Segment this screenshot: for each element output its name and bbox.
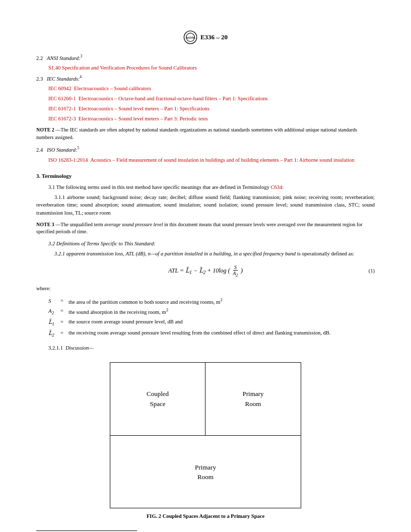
- equation-block: ATL = L̄1 − L̄2 + 10log ( S A2 ) (1): [36, 264, 375, 278]
- ansi-sup: 3: [80, 54, 82, 58]
- iec-item-3: IEC 61672-3 Electroacoustics – Sound lev…: [48, 115, 375, 123]
- diagram-container: CoupledSpace PrimaryRoom PrimaryRoom FIG…: [36, 362, 375, 520]
- p3-1-1: 3.1.1 airborne sound; background noise; …: [36, 193, 375, 217]
- where-label: where:: [36, 285, 375, 293]
- iec-header: 2.3 IEC Standards:4: [36, 74, 375, 83]
- iec-item-0: IEC 60942 Electroacoustics – Sound calib…: [48, 85, 375, 93]
- main-content: 2.2 ANSI Standard:3 S1.40 Specification …: [36, 53, 375, 520]
- var-row-L2: L̄2 = the receiving room average sound p…: [48, 329, 375, 339]
- coupled-space-label: CoupledSpace: [110, 363, 206, 435]
- p3-1: 3.1 The following terms used in this tes…: [36, 183, 375, 191]
- iso-item-0: ISO 16283-1:2014 Acoustics – Field measu…: [48, 156, 375, 164]
- iec-item-1: IEC 61260-1 Electroacoustics – Octave-ba…: [48, 95, 375, 103]
- footnote-divider: [36, 530, 137, 531]
- diagram-wrapper: CoupledSpace PrimaryRoom PrimaryRoom: [110, 362, 301, 508]
- note2-block: NOTE 2 —The IEC standards are often adop…: [36, 126, 375, 141]
- var-def-L2: the receiving room average sound pressur…: [68, 329, 375, 337]
- p3-2-heading: 3.2 Definitions of Terms Specific to Thi…: [36, 240, 375, 248]
- iso-header: 2.4 ISO Standard:5: [36, 145, 375, 154]
- terminology-heading: 3. Terminology: [36, 172, 375, 180]
- svg-text:ASTM: ASTM: [186, 36, 195, 39]
- variables-table: S = the area of the partition common to …: [48, 297, 375, 339]
- var-sym-A2: A2: [48, 307, 57, 317]
- iec-item-2: IEC 61672-1 Electroacoustics – Sound lev…: [48, 105, 375, 113]
- equation: ATL = L̄1 − L̄2 + 10log ( S A2 ): [168, 264, 243, 278]
- note2-text: —The IEC standards are often adopted by …: [36, 127, 357, 140]
- iec-title: IEC Standards:: [47, 76, 80, 82]
- equation-number: (1): [369, 267, 375, 275]
- ansi-item: S1.40 Specification and Verification Pro…: [48, 64, 375, 72]
- var-sym-L2: L̄2: [48, 329, 57, 339]
- s140-link[interactable]: S1.40 Specification and Verification Pro…: [48, 65, 197, 71]
- primary-room-top-label: PrimaryRoom: [206, 363, 301, 435]
- note3-italic: average sound pressure level: [104, 222, 163, 227]
- note3-text: —The unqualified term: [55, 222, 104, 227]
- var-sym-S: S: [48, 297, 57, 305]
- diagram-top: CoupledSpace PrimaryRoom: [110, 363, 301, 436]
- ansi-header: 2.2 ANSI Standard:3: [36, 53, 375, 62]
- var-sym-L1: L̄1: [48, 318, 57, 328]
- note3-label: NOTE 3: [36, 222, 54, 227]
- discussion-para: 3.2.1.1 Discussion—: [36, 344, 375, 352]
- primary-room-bottom-label: PrimaryRoom: [110, 436, 301, 509]
- c634-link[interactable]: C634: [271, 184, 283, 190]
- astm-logo: ASTM: [183, 30, 197, 44]
- var-row-A2: A2 = the sound absorption in the receivi…: [48, 307, 375, 317]
- p3-2-1: 3.2.1 apparent transmission loss, ATL (d…: [36, 250, 375, 258]
- var-row-L1: L̄1 = the source room average sound pres…: [48, 318, 375, 328]
- standard-title: E336 – 20: [200, 33, 228, 41]
- var-def-S: the area of the partition common to both…: [68, 297, 375, 306]
- iec-sup: 4: [80, 75, 82, 79]
- iso-title: ISO Standard:: [47, 147, 78, 153]
- diagram-caption: FIG. 2 Coupled Spaces Adjacent to a Prim…: [147, 512, 264, 520]
- page-header: ASTM E336 – 20: [36, 30, 375, 44]
- var-def-A2: the sound absorption in the receiving ro…: [68, 307, 375, 316]
- iso-sup: 5: [78, 146, 80, 150]
- var-def-L1: the source room average sound pressure l…: [68, 318, 375, 326]
- var-row-S: S = the area of the partition common to …: [48, 297, 375, 306]
- note2-label: NOTE 2: [36, 127, 54, 132]
- ansi-title: ANSI Standard:: [47, 55, 80, 61]
- note3-block: NOTE 3 —The unqualified term average sou…: [36, 221, 375, 236]
